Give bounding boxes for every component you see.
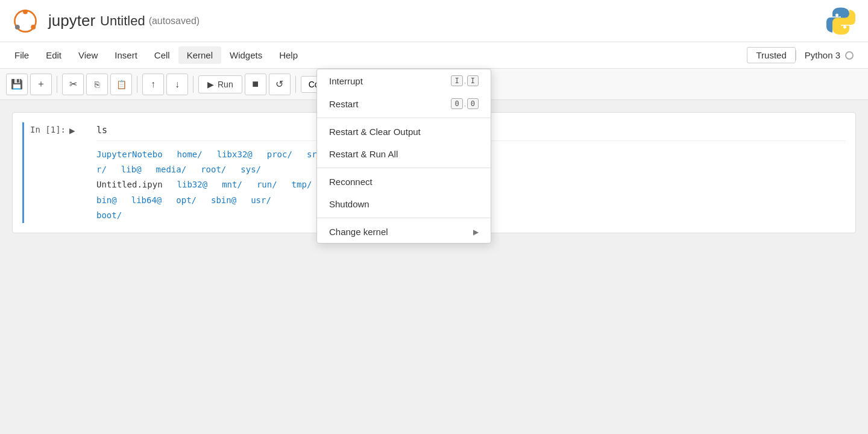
move-down-button[interactable]: ↓: [166, 74, 188, 95]
run-label: Run: [218, 80, 233, 89]
kernel-menu-change-kernel[interactable]: Change kernel ▶: [317, 221, 491, 243]
kernel-menu-restart[interactable]: Restart 0 , 0: [317, 92, 491, 115]
save-icon: 💾: [11, 78, 23, 90]
dropdown-divider-1: [317, 118, 491, 118]
toolbar-separator-2: [137, 76, 137, 93]
menu-widgets[interactable]: Widgets: [221, 46, 271, 64]
interrupt-shortcut: I , I: [451, 75, 479, 86]
kernel-name-label: Python 3: [805, 50, 840, 60]
cut-button[interactable]: ✂: [62, 74, 84, 95]
kernel-menu-restart-clear[interactable]: Restart & Clear Output: [317, 121, 491, 143]
menu-view[interactable]: View: [70, 46, 106, 64]
interrupt-comma: ,: [464, 77, 466, 84]
output-item-lib: lib@: [121, 162, 142, 177]
notebook-title[interactable]: Untitled: [100, 13, 145, 29]
toolbar-separator-3: [193, 76, 193, 93]
menu-insert[interactable]: Insert: [106, 46, 146, 64]
interrupt-key1: I: [451, 75, 462, 86]
restart-icon: ↺: [275, 78, 283, 90]
autosaved-label: (autosaved): [149, 16, 200, 27]
trusted-button[interactable]: Trusted: [747, 47, 795, 63]
reconnect-label: Reconnect: [329, 177, 373, 187]
paste-icon: 📋: [116, 80, 127, 89]
dropdown-divider-3: [317, 218, 491, 218]
output-item-libx32: libx32@: [217, 147, 253, 162]
run-button[interactable]: ▶ Run: [198, 75, 242, 93]
output-item-r: r/: [96, 162, 107, 177]
dropdown-divider-2: [317, 168, 491, 168]
menu-help[interactable]: Help: [271, 46, 306, 64]
save-button[interactable]: 💾: [6, 74, 28, 95]
cell-prompt: In [1]: ▶: [30, 122, 90, 223]
restart-clear-label: Restart & Clear Output: [329, 127, 421, 137]
arrow-up-icon: ↑: [151, 79, 156, 90]
copy-button[interactable]: ⎘: [86, 74, 108, 95]
paste-button[interactable]: 📋: [110, 74, 132, 95]
svg-point-1: [23, 9, 28, 14]
change-kernel-label: Change kernel: [329, 227, 388, 237]
output-item-run: run/: [257, 177, 277, 192]
output-item-jupyternotebo: JupyterNotebo: [96, 147, 163, 162]
output-item-home: home/: [177, 147, 203, 162]
toolbar-separator-1: [57, 76, 57, 93]
add-cell-button[interactable]: ＋: [30, 74, 52, 95]
restart-key2: 0: [467, 98, 479, 109]
menu-cell[interactable]: Cell: [146, 46, 178, 64]
svg-point-3: [15, 24, 20, 29]
move-up-button[interactable]: ↑: [142, 74, 164, 95]
output-item-sbin: sbin@: [211, 193, 236, 208]
output-item-root: root/: [201, 162, 226, 177]
kernel-circle-indicator: [845, 51, 854, 60]
kernel-menu-shutdown[interactable]: Shutdown: [317, 193, 491, 215]
restart-key1: 0: [451, 98, 462, 109]
restart-comma: ,: [464, 100, 466, 107]
output-item-bin: bin@: [96, 193, 117, 208]
menubar: File Edit View Insert Cell Kernel Widget…: [0, 42, 868, 69]
output-item-boot: boot/: [96, 208, 122, 223]
output-item-proc: proc/: [267, 147, 292, 162]
output-item-lib32: lib32@: [177, 177, 208, 192]
menu-file[interactable]: File: [6, 46, 37, 64]
logo-area: jupyter: [12, 8, 95, 34]
kernel-menu-interrupt[interactable]: Interrupt I , I: [317, 69, 491, 92]
arrow-down-icon: ↓: [175, 79, 180, 90]
copy-icon: ⎘: [95, 80, 99, 89]
interrupt-label: Interrupt: [329, 76, 363, 86]
stop-button[interactable]: ■: [245, 74, 266, 95]
restart-shortcut: 0 , 0: [451, 98, 479, 109]
cell-prompt-text: In [1]:: [30, 125, 66, 134]
menu-kernel[interactable]: Kernel: [178, 46, 221, 64]
stop-icon: ■: [252, 78, 259, 90]
plus-icon: ＋: [36, 78, 46, 90]
kernel-menu-restart-run[interactable]: Restart & Run All: [317, 143, 491, 165]
output-item-mnt: mnt/: [222, 177, 242, 192]
output-item-usr: usr/: [251, 193, 271, 208]
menu-edit[interactable]: Edit: [37, 46, 70, 64]
jupyter-text: jupyter: [48, 11, 95, 30]
svg-point-2: [31, 24, 36, 29]
python-logo-icon: [826, 6, 856, 36]
jupyter-logo-icon: [12, 8, 39, 34]
output-item-lib64: lib64@: [131, 193, 162, 208]
kernel-status: Python 3: [796, 50, 862, 60]
run-play-icon: ▶: [207, 80, 214, 89]
cell-step-icon: ▶: [69, 125, 75, 136]
output-item-sys: sys/: [241, 162, 261, 177]
restart-run-label: Restart & Run All: [329, 149, 398, 159]
change-kernel-chevron-icon: ▶: [473, 228, 479, 236]
kernel-menu-reconnect[interactable]: Reconnect: [317, 171, 491, 193]
output-item-tmp: tmp/: [292, 177, 312, 192]
titlebar: jupyter Untitled (autosaved): [0, 0, 868, 42]
interrupt-key2: I: [467, 75, 479, 86]
output-item-untitled: Untitled.ipyn: [96, 177, 163, 192]
output-item-media: media/: [156, 162, 187, 177]
output-item-opt: opt/: [176, 193, 197, 208]
shutdown-label: Shutdown: [329, 199, 370, 209]
restart-kernel-button[interactable]: ↺: [269, 74, 291, 95]
scissors-icon: ✂: [69, 78, 77, 90]
kernel-dropdown-menu: Interrupt I , I Restart 0 , 0 Restart & …: [316, 69, 491, 244]
toolbar-separator-4: [295, 76, 296, 93]
restart-label: Restart: [329, 99, 358, 109]
